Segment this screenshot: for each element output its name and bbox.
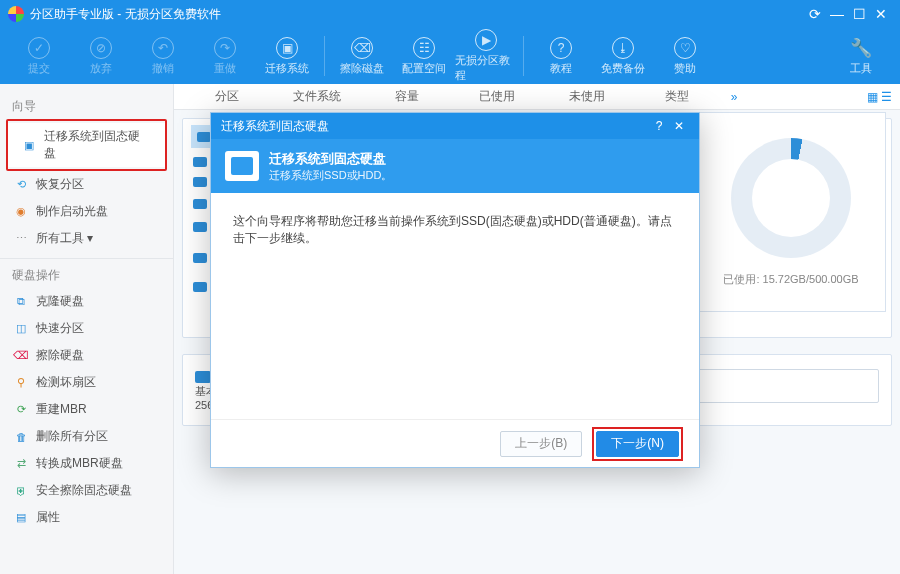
grid-view-icon[interactable]: ▦ ☰: [867, 90, 892, 104]
wrench-icon: 🔧: [850, 37, 872, 59]
sidebar-item-恢复分区[interactable]: ⟲恢复分区: [0, 171, 173, 198]
sidebar-icon: 🗑: [14, 430, 28, 444]
sidebar-icon: ⟳: [14, 403, 28, 417]
sidebar-icon: ⌫: [14, 349, 28, 363]
toolbar-赞助[interactable]: ♡赞助: [654, 37, 716, 76]
toolbar-icon: ▶: [475, 29, 497, 51]
toolbar-icon: ♡: [674, 37, 696, 59]
close-button[interactable]: ✕: [870, 3, 892, 25]
column-类型[interactable]: 类型: [632, 88, 722, 105]
toolbar-icon: ⭳: [612, 37, 634, 59]
minimize-button[interactable]: —: [826, 3, 848, 25]
toolbar-icon: ☷: [413, 37, 435, 59]
dialog-title: 迁移系统到固态硬盘: [221, 118, 329, 135]
sidebar-section-disk-ops: 硬盘操作: [0, 258, 173, 288]
app-logo-icon: [8, 6, 24, 22]
sidebar-icon: ⚲: [14, 376, 28, 390]
titlebar: 分区助手专业版 - 无损分区免费软件 ⟳ — ☐ ✕: [0, 0, 900, 28]
usage-label: 已使用: 15.72GB/500.00GB: [723, 272, 858, 287]
sidebar-icon: ⧉: [14, 295, 28, 309]
disk-icon: [193, 282, 207, 292]
usage-pane: 已使用: 15.72GB/500.00GB: [696, 112, 886, 312]
sidebar-item-克隆硬盘[interactable]: ⧉克隆硬盘: [0, 288, 173, 315]
sidebar-section-wizard: 向导: [0, 92, 173, 119]
column-headers: 分区文件系统容量已使用未使用类型» ▦ ☰: [174, 84, 900, 110]
sidebar-item-安全擦除固态硬盘[interactable]: ⛨安全擦除固态硬盘: [0, 477, 173, 504]
disk-icon: [193, 253, 207, 263]
toolbar-擦除磁盘[interactable]: ⌫擦除磁盘: [331, 37, 393, 76]
sidebar-item-制作启动光盘[interactable]: ◉制作启动光盘: [0, 198, 173, 225]
toolbar-放弃: ⊘放弃: [70, 37, 132, 76]
sidebar-item-迁移系统到固态硬盘[interactable]: ▣迁移系统到固态硬盘: [8, 123, 165, 167]
column-容量[interactable]: 容量: [362, 88, 452, 105]
help-icon[interactable]: ?: [649, 119, 669, 133]
toolbar-icon: ↷: [214, 37, 236, 59]
sidebar-icon: ⛨: [14, 484, 28, 498]
toolbar-迁移系统[interactable]: ▣迁移系统: [256, 37, 318, 76]
sidebar-item-转换成MBR硬盘[interactable]: ⇄转换成MBR硬盘: [0, 450, 173, 477]
toolbar-撤销: ↶撤销: [132, 37, 194, 76]
toolbar-icon: ↶: [152, 37, 174, 59]
next-button[interactable]: 下一步(N): [596, 431, 679, 457]
dialog-text: 这个向导程序将帮助您迁移当前操作系统到SSD(固态硬盘)或HDD(普通硬盘)。请…: [233, 214, 672, 245]
sidebar-icon: ⇄: [14, 457, 28, 471]
disk-icon: [193, 222, 207, 232]
sidebar-item-快速分区[interactable]: ◫快速分区: [0, 315, 173, 342]
maximize-button[interactable]: ☐: [848, 3, 870, 25]
disk-icon: [195, 371, 211, 383]
sidebar-icon: ⋯: [14, 232, 28, 246]
banner-subtitle: 迁移系统到SSD或HDD。: [269, 168, 392, 183]
sidebar-icon: ▤: [14, 511, 28, 525]
sidebar-item-属性[interactable]: ▤属性: [0, 504, 173, 531]
banner-title: 迁移系统到固态硬盘: [269, 150, 392, 168]
window-title: 分区助手专业版 - 无损分区免费软件: [30, 6, 221, 23]
sidebar-item-所有工具  ▾[interactable]: ⋯所有工具 ▾: [0, 225, 173, 252]
toolbar-提交: ✓提交: [8, 37, 70, 76]
refresh-icon[interactable]: ⟳: [804, 3, 826, 25]
disk-icon: [193, 199, 207, 209]
prev-button[interactable]: 上一步(B): [500, 431, 582, 457]
toolbar-icon: ⊘: [90, 37, 112, 59]
migrate-icon: [225, 151, 259, 181]
dialog-close-button[interactable]: ✕: [669, 119, 689, 133]
column-文件系统[interactable]: 文件系统: [272, 88, 362, 105]
sidebar-item-擦除硬盘[interactable]: ⌫擦除硬盘: [0, 342, 173, 369]
sidebar-icon: ◫: [14, 322, 28, 336]
tools-button[interactable]: 🔧 工具: [830, 37, 892, 76]
toolbar-icon: ⌫: [351, 37, 373, 59]
column-分区[interactable]: 分区: [182, 88, 272, 105]
dialog-banner: 迁移系统到固态硬盘 迁移系统到SSD或HDD。: [211, 139, 699, 193]
column-已使用[interactable]: 已使用: [452, 88, 542, 105]
sidebar-item-删除所有分区[interactable]: 🗑删除所有分区: [0, 423, 173, 450]
sidebar-icon: ◉: [14, 205, 28, 219]
sidebar-icon: ⟲: [14, 178, 28, 192]
chevron-right-icon[interactable]: »: [722, 90, 746, 104]
toolbar-重做: ↷重做: [194, 37, 256, 76]
toolbar-无损分区教程[interactable]: ▶无损分区教程: [455, 29, 517, 83]
toolbar-免费备份[interactable]: ⭳免费备份: [592, 37, 654, 76]
dialog-body: 这个向导程序将帮助您迁移当前操作系统到SSD(固态硬盘)或HDD(普通硬盘)。请…: [211, 193, 699, 419]
column-未使用[interactable]: 未使用: [542, 88, 632, 105]
highlight-next: 下一步(N): [592, 427, 683, 461]
sidebar-icon: ▣: [22, 138, 36, 152]
tools-label: 工具: [850, 61, 872, 76]
dialog-footer: 上一步(B) 下一步(N): [211, 419, 699, 467]
toolbar-icon: ?: [550, 37, 572, 59]
disk-icon: [193, 177, 207, 187]
toolbar-配置空间[interactable]: ☷配置空间: [393, 37, 455, 76]
sidebar-item-重建MBR[interactable]: ⟳重建MBR: [0, 396, 173, 423]
toolbar-icon: ✓: [28, 37, 50, 59]
disk-icon: [197, 132, 211, 142]
toolbar-教程[interactable]: ?教程: [530, 37, 592, 76]
usage-donut-icon: [731, 138, 851, 258]
migrate-dialog: 迁移系统到固态硬盘 ? ✕ 迁移系统到固态硬盘 迁移系统到SSD或HDD。 这个…: [210, 112, 700, 468]
main-toolbar: ✓提交⊘放弃↶撤销↷重做▣迁移系统⌫擦除磁盘☷配置空间▶无损分区教程?教程⭳免费…: [0, 28, 900, 84]
dialog-titlebar: 迁移系统到固态硬盘 ? ✕: [211, 113, 699, 139]
disk-icon: [193, 157, 207, 167]
sidebar: 向导 ▣迁移系统到固态硬盘⟲恢复分区◉制作启动光盘⋯所有工具 ▾ 硬盘操作 ⧉克…: [0, 84, 174, 574]
toolbar-icon: ▣: [276, 37, 298, 59]
sidebar-item-检测坏扇区[interactable]: ⚲检测坏扇区: [0, 369, 173, 396]
